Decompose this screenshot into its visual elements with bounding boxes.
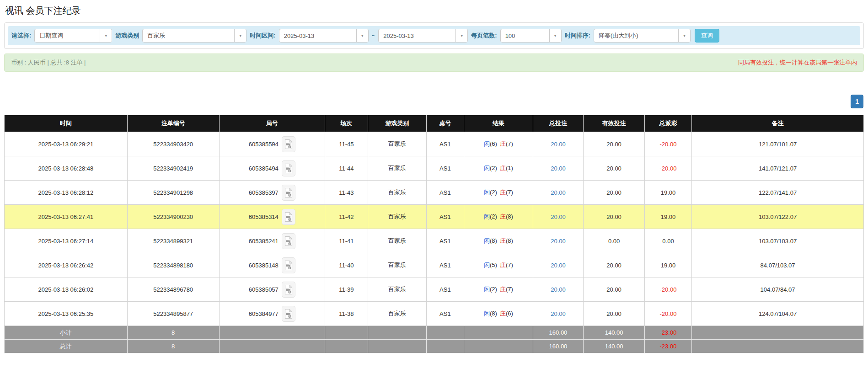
cell-total-bet[interactable]: 20.00 [533,205,584,229]
search-button[interactable]: 查询 [695,29,719,43]
cell-bet-id: 522334895877 [127,302,219,326]
result-banker-label: 庄 [500,237,506,244]
cell-result: 闲(2)庄(1) [464,156,533,181]
cell-result: 闲(8)庄(6) [464,302,533,326]
cell-time: 2025-03-13 06:26:42 [5,253,128,277]
chevron-down-icon: ▾ [100,29,112,42]
game-category-value: 百家乐 [143,32,234,40]
cell-valid-bet: 20.00 [584,302,644,326]
cell-payout: 19.00 [644,205,691,229]
cell-total-bet[interactable]: 20.00 [533,181,584,205]
cell-table-number: AS1 [426,205,464,229]
chevron-down-icon: ▾ [234,29,246,42]
bet-records-table: 时间注单编号局号场次游戏类别桌号结果总投注有效投注总派彩备注 2025-03-1… [4,115,864,353]
cell-total-bet[interactable]: 20.00 [533,156,584,181]
video-replay-button[interactable] [282,136,295,152]
cell-total-bet[interactable]: 20.00 [533,302,584,326]
table-row: 2025-03-13 06:26:02 522334896780 6053850… [5,277,864,302]
cell-valid-bet: 20.00 [584,253,644,277]
chevron-down-icon: ▾ [356,29,368,42]
page-size-select[interactable]: 100 ▾ [500,29,562,43]
cell-table-number: AS1 [426,181,464,205]
cell-valid-bet: 20.00 [584,205,644,229]
table-row: 2025-03-13 06:28:48 522334902419 6053854… [5,156,864,181]
total-valid-bet: 140.00 [584,340,644,353]
game-category-select[interactable]: 百家乐 ▾ [142,29,246,43]
result-player-label: 闲 [484,189,490,196]
cell-bet-id: 522334900230 [127,205,219,229]
cell-remark: 103.07/122.07 [692,205,864,229]
table-row: 2025-03-13 06:27:41 522334900230 6053853… [5,205,864,229]
summary-note: 同局有效投注，统一计算在该局第一张注单内 [738,59,857,67]
cell-table-number: AS1 [426,156,464,181]
cell-result: 闲(2)庄(8) [464,205,533,229]
query-type-value: 日期查询 [35,32,100,40]
result-player-label: 闲 [484,140,490,147]
query-type-select[interactable]: 日期查询 ▾ [34,29,112,43]
result-banker-score: (8) [506,237,513,244]
cell-remark: 122.07/141.07 [692,181,864,205]
video-replay-button[interactable] [282,185,295,201]
video-replay-button[interactable] [282,209,295,225]
cell-bet-id: 522334903420 [127,132,219,156]
date-from-picker[interactable]: 2025-03-13 ▾ [279,29,369,43]
result-player-score: (2) [490,213,497,220]
film-file-icon [284,309,293,319]
cell-remark: 124.07/104.07 [692,302,864,326]
cell-time: 2025-03-13 06:27:14 [5,229,128,253]
chevron-down-icon: ▾ [549,29,561,42]
result-player-label: 闲 [484,213,490,220]
video-replay-button[interactable] [282,282,295,298]
date-to-value: 2025-03-13 [379,32,455,39]
cell-result: 闲(8)庄(8) [464,229,533,253]
column-header: 游戏类别 [368,115,426,132]
cell-round-id: 605385314 [219,205,325,229]
page-size-value: 100 [501,32,549,39]
cell-game-category: 百家乐 [368,205,426,229]
cell-valid-bet: 20.00 [584,181,644,205]
cell-payout: -20.00 [644,277,691,302]
time-sort-select[interactable]: 降幂(由大到小) ▾ [594,29,691,43]
cell-total-bet[interactable]: 20.00 [533,132,584,156]
total-payout: -23.00 [644,340,691,353]
total-count: 8 [127,340,219,353]
table-row: 2025-03-13 06:25:35 522334895877 6053849… [5,302,864,326]
cell-total-bet[interactable]: 20.00 [533,253,584,277]
cell-total-bet[interactable]: 20.00 [533,229,584,253]
cell-payout: -20.00 [644,132,691,156]
result-player-score: (5) [490,261,497,268]
pagination: 1 [4,95,863,108]
result-banker-label: 庄 [500,165,506,171]
game-category-label: 游戏类别 [115,32,139,40]
result-banker-label: 庄 [500,310,506,317]
round-id-text: 605385494 [249,165,279,172]
table-header-row: 时间注单编号局号场次游戏类别桌号结果总投注有效投注总派彩备注 [5,115,864,132]
video-replay-button[interactable] [282,306,295,322]
result-player-label: 闲 [484,310,490,317]
summary-bar: 币别 : 人民币 | 总共 :8 注单 | 同局有效投注，统一计算在该局第一张注… [4,53,864,72]
video-replay-button[interactable] [282,160,295,176]
cell-table-number: AS1 [426,302,464,326]
cell-valid-bet: 20.00 [584,156,644,181]
result-player-score: (8) [490,237,497,244]
video-replay-button[interactable] [282,233,295,249]
table-row: 2025-03-13 06:27:14 522334899321 6053852… [5,229,864,253]
date-to-picker[interactable]: 2025-03-13 ▾ [378,29,468,43]
time-sort-label: 时间排序: [565,32,590,40]
page-button-1[interactable]: 1 [851,95,863,108]
date-from-value: 2025-03-13 [279,32,356,39]
cell-remark: 84.07/103.07 [692,253,864,277]
video-replay-button[interactable] [282,257,295,273]
cell-game-category: 百家乐 [368,156,426,181]
cell-table-number: AS1 [426,253,464,277]
subtotal-label: 小计 [5,326,128,340]
result-player-label: 闲 [484,165,490,171]
cell-total-bet[interactable]: 20.00 [533,277,584,302]
result-player-label: 闲 [484,237,490,244]
table-row: 2025-03-13 06:29:21 522334903420 6053855… [5,132,864,156]
cell-round-id: 605384977 [219,302,325,326]
result-player-score: (2) [490,189,497,196]
result-player-score: (8) [490,310,497,317]
table-footer: 小计 8 160.00 140.00 -23.00 总计 8 160.00 14… [5,326,864,353]
column-header: 局号 [219,115,325,132]
